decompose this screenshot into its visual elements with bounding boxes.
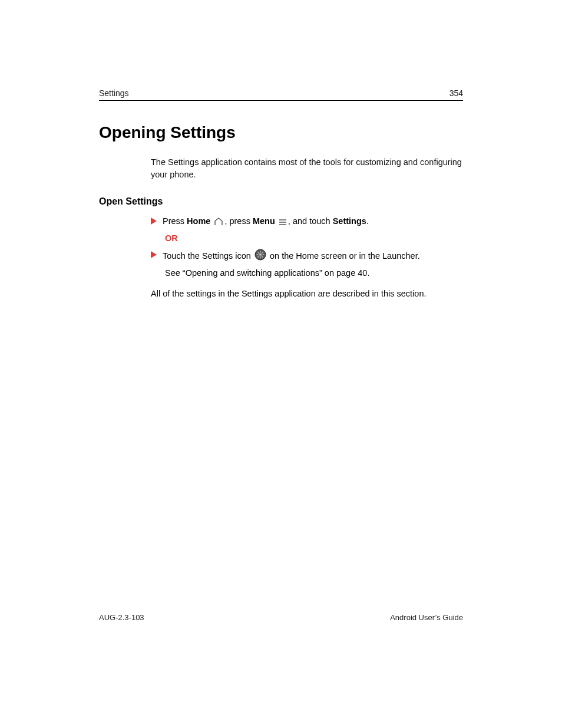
home-icon: [214, 217, 223, 230]
page-footer: AUG-2.3-103 Android User’s Guide: [99, 613, 463, 622]
svg-line-14: [257, 256, 259, 258]
step-1-text: Press Home , press Menu , and touch Sett…: [163, 215, 463, 230]
page-content: Settings 354 Opening Settings The Settin…: [99, 88, 463, 631]
subheading-open-settings: Open Settings: [99, 196, 463, 207]
step-1: Press Home , press Menu , and touch Sett…: [151, 215, 463, 230]
running-header: Settings 354: [99, 88, 463, 101]
text-fragment: .: [366, 216, 369, 226]
svg-line-13: [262, 256, 263, 258]
bullet-triangle-icon: [151, 250, 157, 262]
text-fragment: Touch the Settings icon: [163, 251, 253, 261]
steps-block: Press Home , press Menu , and touch Sett…: [151, 215, 463, 279]
step-2: Touch the Settings icon: [151, 249, 463, 265]
settings-app-icon: [254, 249, 266, 265]
step-2-text: Touch the Settings icon: [163, 249, 463, 265]
page-title: Opening Settings: [99, 123, 463, 142]
menu-icon: [279, 217, 287, 230]
text-fragment: Press: [163, 216, 187, 226]
header-page-number: 354: [449, 88, 463, 98]
text-fragment: on the Home screen or in the Launcher.: [270, 251, 420, 261]
see-reference: See “Opening and switching applications”…: [165, 267, 463, 280]
svg-point-16: [260, 253, 262, 255]
intro-paragraph: The Settings application contains most o…: [151, 156, 463, 181]
text-fragment: , press: [224, 216, 253, 226]
svg-marker-0: [151, 218, 157, 225]
svg-marker-4: [151, 251, 157, 258]
label-menu: Menu: [253, 216, 275, 226]
svg-line-12: [257, 252, 259, 253]
or-separator: OR: [165, 233, 463, 243]
text-fragment: , and touch: [288, 216, 333, 226]
closing-paragraph: All of the settings in the Settings appl…: [151, 288, 463, 301]
label-home: Home: [187, 216, 210, 226]
bullet-triangle-icon: [151, 216, 157, 228]
header-section: Settings: [99, 88, 129, 98]
footer-doc-title: Android User’s Guide: [390, 613, 463, 622]
footer-doc-id: AUG-2.3-103: [99, 613, 144, 622]
label-settings: Settings: [333, 216, 366, 226]
svg-line-15: [262, 252, 263, 253]
